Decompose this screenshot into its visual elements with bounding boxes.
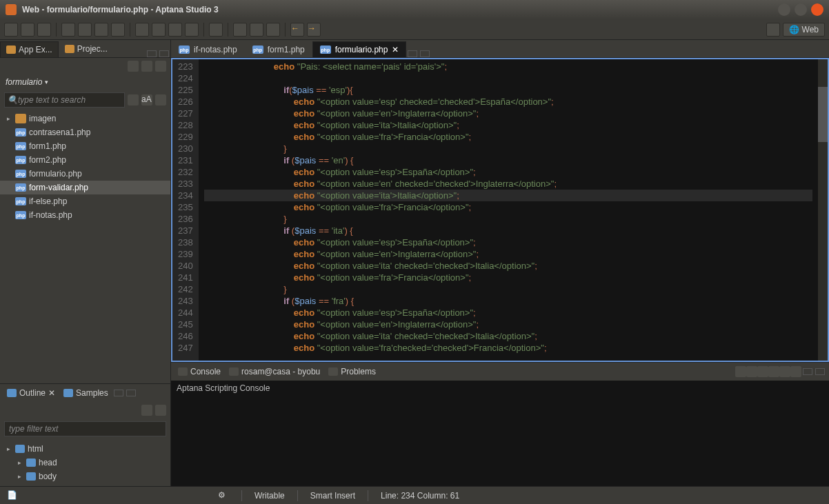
search-input[interactable]: 🔍 type text to search <box>4 92 125 108</box>
file-item[interactable]: phpform1.php <box>0 139 170 153</box>
scrollbar-thumb[interactable] <box>818 87 828 142</box>
editor-maximize-icon[interactable] <box>420 50 430 57</box>
file-item[interactable]: phpif-notas.php <box>0 208 170 222</box>
bottom-tab[interactable]: rosam@casa - byobu <box>225 365 324 379</box>
outline-item[interactable]: ▸html <box>0 442 170 456</box>
back-arrow-icon[interactable]: ← <box>290 23 304 37</box>
expand-icon[interactable]: ▸ <box>4 115 12 122</box>
editor-tab[interactable]: phpformulario.php✕ <box>312 41 407 57</box>
wand-icon[interactable] <box>233 23 247 37</box>
bottom-tab[interactable]: Console <box>174 365 225 379</box>
gear-icon[interactable]: ⚙ <box>218 490 229 501</box>
editor-tab[interactable]: phpform1.php <box>245 41 312 57</box>
close-icon[interactable]: ✕ <box>392 45 399 54</box>
outline-tab[interactable]: Outline✕ <box>3 386 59 400</box>
view-menu-icon[interactable] <box>155 61 166 72</box>
panel-maximize-icon[interactable] <box>159 50 169 57</box>
console-opt2-icon[interactable] <box>790 366 801 377</box>
file-item[interactable]: phpform-validar.php <box>0 181 170 194</box>
folder-icon <box>65 45 74 53</box>
explorer-toolbar <box>0 58 170 74</box>
window-minimize-button[interactable] <box>778 3 790 16</box>
editor-minimize-icon[interactable] <box>408 50 417 57</box>
window-close-button[interactable] <box>811 3 823 16</box>
console-open-icon[interactable] <box>768 366 779 377</box>
outline-tree[interactable]: ▸html▸head▸body <box>0 439 170 486</box>
search-option-icon[interactable] <box>128 94 139 105</box>
outline-maximize-icon[interactable] <box>126 390 136 396</box>
collapse-all-icon[interactable] <box>128 61 139 72</box>
status-bar: 📄 ⚙ Writable Smart Insert Line: 234 Colu… <box>0 486 829 504</box>
outline-toolbar <box>0 402 170 419</box>
run2-icon[interactable] <box>185 23 199 37</box>
project-selector[interactable]: formulario <box>0 74 170 90</box>
editor-scrollbar[interactable] <box>818 59 828 361</box>
doc-icon[interactable] <box>250 23 263 37</box>
layout2-icon[interactable] <box>78 23 92 37</box>
doc2-icon[interactable] <box>266 23 280 37</box>
link-editor-icon[interactable] <box>141 61 152 72</box>
console-pin-icon[interactable] <box>746 366 757 377</box>
folder-item[interactable]: ▸imagen <box>0 112 170 125</box>
window-maximize-button[interactable] <box>795 3 807 16</box>
console-icon <box>178 367 188 376</box>
console-clear-icon[interactable] <box>735 366 746 377</box>
console-output[interactable]: Aptana Scripting Console <box>171 381 829 486</box>
new-file-icon[interactable] <box>4 23 18 37</box>
outline-item[interactable]: ▸head <box>0 456 170 470</box>
explorer-tabs: App Ex...Projec... <box>0 40 170 58</box>
file-label: if-else.php <box>29 196 67 206</box>
outline-item[interactable]: ▸body <box>0 470 170 483</box>
file-tree[interactable]: ▸imagenphpcontrasena1.phpphpform1.phpphp… <box>0 110 170 383</box>
expand-icon[interactable]: ▸ <box>4 445 12 452</box>
file-label: formulario.php <box>29 169 82 179</box>
console-maximize-icon[interactable] <box>815 368 825 375</box>
bottom-tab[interactable]: Problems <box>324 365 380 379</box>
outline-filter-input[interactable]: type filter text <box>4 421 166 436</box>
explorer-tab[interactable]: App Ex... <box>0 41 59 57</box>
refresh-icon[interactable] <box>135 23 149 37</box>
file-item[interactable]: phpif-else.php <box>0 194 170 208</box>
layout3-icon[interactable] <box>94 23 108 37</box>
perspective-web[interactable]: 🌐 Web <box>783 23 825 37</box>
file-label: contrasena1.php <box>29 128 90 137</box>
code-area[interactable]: echo "Pais: <select name='pais' id='pais… <box>199 59 818 361</box>
outline-minimize-icon[interactable] <box>114 390 123 396</box>
panel-minimize-icon[interactable] <box>147 50 157 57</box>
file-item[interactable]: phpform2.php <box>0 153 170 167</box>
paint-icon[interactable] <box>209 23 223 37</box>
expand-icon[interactable]: ▸ <box>15 473 23 480</box>
layout-icon[interactable] <box>61 23 75 37</box>
perspective-open-icon[interactable] <box>766 23 780 37</box>
code-editor[interactable]: 2232242252262272282292302312322332342352… <box>171 58 829 362</box>
php-file-icon: php <box>15 197 26 205</box>
run-icon[interactable] <box>168 23 182 37</box>
close-icon[interactable]: ✕ <box>48 388 55 398</box>
outline-tab[interactable]: Samples <box>59 386 112 400</box>
tab-label: rosam@casa - byobu <box>241 367 320 376</box>
outline-sort-icon[interactable] <box>141 405 152 416</box>
console-opt-icon[interactable] <box>779 366 790 377</box>
console-minimize-icon[interactable] <box>803 368 812 375</box>
save-icon[interactable] <box>21 23 34 37</box>
file-item[interactable]: phpformulario.php <box>0 167 170 181</box>
outline-menu-icon[interactable] <box>155 405 166 416</box>
layout4-icon[interactable] <box>111 23 125 37</box>
forward-arrow-icon[interactable]: → <box>307 23 321 37</box>
php-file-icon: php <box>15 183 26 192</box>
bottom-panel-tabs: Consolerosam@casa - byobuProblems <box>171 363 829 381</box>
file-item[interactable]: phpcontrasena1.php <box>0 125 170 139</box>
console-display-icon[interactable] <box>757 366 768 377</box>
expand-icon[interactable]: ▸ <box>15 459 23 466</box>
tag-icon <box>15 445 25 453</box>
search-case-icon[interactable]: aA <box>141 94 152 105</box>
search-regex-icon[interactable] <box>155 94 166 105</box>
explorer-tab[interactable]: Projec... <box>59 41 114 57</box>
outline-filter-placeholder: type filter text <box>9 424 58 434</box>
status-new-icon[interactable]: 📄 <box>7 490 18 501</box>
file-label: form2.php <box>29 155 66 165</box>
outline-icon <box>7 389 17 397</box>
editor-tab[interactable]: phpif-notas.php <box>171 41 245 57</box>
save-all-icon[interactable] <box>37 23 51 37</box>
debug-icon[interactable] <box>152 23 166 37</box>
